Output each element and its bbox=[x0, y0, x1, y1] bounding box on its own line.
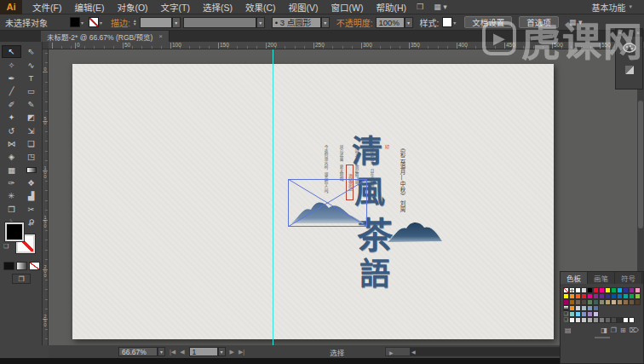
selection-tool-icon[interactable]: ↖ bbox=[2, 45, 21, 58]
none-button[interactable] bbox=[29, 262, 40, 270]
stroke-weight-field[interactable] bbox=[140, 17, 172, 28]
direct-selection-tool-icon[interactable]: ⇖ bbox=[21, 45, 41, 58]
drawing-mode-button[interactable]: ❐ bbox=[12, 274, 31, 284]
swatch[interactable] bbox=[623, 293, 629, 299]
swatch[interactable] bbox=[587, 311, 593, 317]
shaper-tool-icon[interactable]: ✦ bbox=[2, 111, 21, 124]
swatch[interactable] bbox=[575, 287, 581, 293]
mountain-illustration-small[interactable] bbox=[385, 217, 445, 245]
free-transform-tool-icon[interactable]: ❏ bbox=[21, 137, 41, 150]
tab-符号[interactable]: 符号 bbox=[615, 272, 642, 284]
swatch[interactable] bbox=[563, 293, 569, 299]
scale-tool-icon[interactable]: ⇲ bbox=[21, 124, 41, 136]
menu-item[interactable]: 窗口(W) bbox=[331, 1, 364, 14]
swatch[interactable] bbox=[629, 287, 635, 293]
menu-item[interactable]: 视图(V) bbox=[289, 1, 319, 14]
eraser-tool-icon[interactable]: ◩ bbox=[21, 111, 41, 124]
swatch-kinds-icon[interactable]: ◨ bbox=[601, 326, 607, 334]
eyedropper-tool-icon[interactable]: ✑ bbox=[2, 176, 21, 189]
document-setup-button[interactable]: 文档设置 bbox=[464, 16, 512, 28]
swatch[interactable] bbox=[605, 317, 611, 323]
perspective-grid-tool-icon[interactable]: ◳ bbox=[21, 150, 41, 163]
swatch[interactable] bbox=[605, 287, 611, 293]
swatch[interactable] bbox=[581, 287, 587, 293]
swatch[interactable] bbox=[581, 311, 587, 317]
stroke-weight-dropdown[interactable]: ▾ bbox=[172, 17, 181, 28]
tab-画笔[interactable]: 画笔 bbox=[588, 272, 615, 284]
chevron-down-icon[interactable]: ▾ bbox=[453, 20, 456, 26]
swatch[interactable] bbox=[575, 305, 581, 311]
swatch[interactable] bbox=[569, 305, 575, 311]
swatch[interactable] bbox=[587, 317, 593, 323]
swatch[interactable] bbox=[617, 293, 623, 299]
menu-item[interactable]: 效果(C) bbox=[245, 1, 276, 14]
panel-options-icon[interactable]: ▦ ▾ bbox=[569, 18, 583, 26]
swatch[interactable] bbox=[635, 299, 641, 305]
preferences-button[interactable]: 首选项 bbox=[519, 16, 559, 28]
mountain-illustration-selected[interactable] bbox=[291, 203, 365, 224]
menu-item[interactable]: 对象(O) bbox=[117, 1, 147, 14]
color-group-folder-icon[interactable]: ❏ bbox=[563, 311, 569, 317]
stroke-weight-stepper[interactable]: ▲▼ bbox=[133, 19, 137, 26]
close-icon[interactable]: × bbox=[158, 32, 163, 40]
swatch[interactable] bbox=[635, 293, 641, 299]
symbol-sprayer-tool-icon[interactable]: ✳ bbox=[2, 189, 21, 202]
blend-tool-icon[interactable]: ❖ bbox=[21, 176, 41, 189]
swatch[interactable] bbox=[623, 299, 629, 305]
chevron-down-icon[interactable]: ▾ bbox=[81, 20, 83, 26]
swatch[interactable] bbox=[617, 317, 623, 323]
document-tab[interactable]: 未标题-2* @ 66.67% (RGB/预览) × bbox=[41, 31, 170, 42]
collapse-panel-icon[interactable]: « bbox=[618, 29, 622, 37]
swatch[interactable] bbox=[569, 299, 575, 305]
scroll-left-icon[interactable]: ▶ bbox=[389, 350, 394, 355]
zoom-dropdown-icon[interactable]: ▾ bbox=[158, 347, 165, 356]
swap-fill-stroke-icon[interactable]: ⇄ bbox=[29, 221, 34, 228]
vertical-scrollbar-thumb[interactable] bbox=[638, 101, 643, 228]
swatch[interactable] bbox=[623, 317, 629, 323]
stroke-link[interactable]: 描边: bbox=[111, 16, 130, 29]
brush-definition-field[interactable]: • 3 点圆形 bbox=[272, 17, 321, 28]
swatch[interactable] bbox=[569, 293, 575, 299]
magic-wand-tool-icon[interactable]: ✧ bbox=[2, 58, 21, 71]
menu-item[interactable]: 编辑(E) bbox=[74, 1, 104, 14]
swatch[interactable] bbox=[581, 299, 587, 305]
shape-builder-tool-icon[interactable]: ◈ bbox=[2, 150, 21, 163]
swatch[interactable] bbox=[587, 305, 593, 311]
swatch[interactable] bbox=[635, 287, 641, 293]
swatch[interactable] bbox=[611, 317, 617, 323]
swatch-none[interactable] bbox=[563, 287, 569, 293]
swatch[interactable] bbox=[605, 293, 611, 299]
swatch[interactable] bbox=[593, 293, 599, 299]
new-swatch-icon[interactable]: ⊞ bbox=[620, 326, 626, 334]
fill-swatch-large[interactable] bbox=[5, 222, 24, 241]
opacity-link[interactable]: 不透明度: bbox=[336, 16, 373, 29]
style-swatch[interactable] bbox=[442, 17, 452, 27]
swatch[interactable] bbox=[569, 317, 575, 323]
swatch[interactable] bbox=[581, 317, 587, 323]
swatch[interactable] bbox=[599, 287, 605, 293]
swatch[interactable] bbox=[599, 299, 605, 305]
canvas[interactable]: 清風茶語 《彩云追月—中秋》 刘周 印 花在此时落，月在此时圆。 人间天上，歌起… bbox=[49, 49, 644, 345]
width-tool-icon[interactable]: ⋈ bbox=[2, 137, 21, 150]
color-panel-icon[interactable] bbox=[616, 37, 642, 59]
guide-line[interactable] bbox=[273, 49, 273, 345]
tab-色板[interactable]: 色板 bbox=[561, 272, 588, 284]
rectangle-tool-icon[interactable]: ▭ bbox=[21, 84, 41, 97]
swatch[interactable] bbox=[611, 287, 617, 293]
swatch[interactable] bbox=[575, 311, 581, 317]
swatch[interactable] bbox=[629, 317, 635, 323]
swatch[interactable] bbox=[611, 293, 617, 299]
swatch[interactable] bbox=[587, 287, 593, 293]
swatch[interactable] bbox=[593, 305, 599, 311]
horizontal-ruler[interactable]: 050100150200250300350400450500550 bbox=[49, 42, 644, 49]
swatch[interactable] bbox=[605, 299, 611, 305]
artboard-number-field[interactable]: 1 bbox=[189, 347, 218, 356]
swatch-gradient[interactable] bbox=[563, 305, 569, 311]
line-segment-tool-icon[interactable]: ╱ bbox=[2, 84, 21, 97]
brush-definition-dropdown[interactable]: ▾ bbox=[321, 17, 330, 28]
menu-item[interactable]: 帮助(H) bbox=[377, 1, 407, 14]
paintbrush-tool-icon[interactable]: ✐ bbox=[2, 98, 21, 111]
zoom-level-field[interactable]: 66.67% bbox=[118, 347, 158, 356]
swatch[interactable] bbox=[575, 293, 581, 299]
pencil-tool-icon[interactable]: ✎ bbox=[21, 98, 41, 111]
